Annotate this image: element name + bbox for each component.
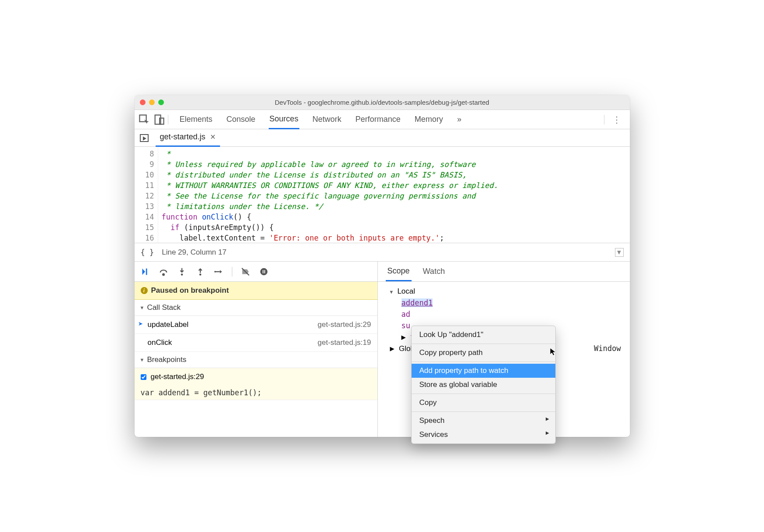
disclosure-triangle-icon: ▼ bbox=[140, 305, 145, 310]
pretty-print-icon[interactable]: { } bbox=[141, 248, 154, 257]
svg-point-9 bbox=[260, 268, 267, 275]
maximize-window-icon[interactable] bbox=[158, 99, 164, 105]
tab-elements[interactable]: Elements bbox=[179, 110, 213, 128]
tab-performance[interactable]: Performance bbox=[355, 110, 402, 128]
svg-point-7 bbox=[199, 273, 201, 276]
window-title: DevTools - googlechrome.github.io/devtoo… bbox=[135, 99, 630, 106]
context-menu-item[interactable]: Store as global variable bbox=[412, 378, 555, 392]
navigator-toggle-icon[interactable] bbox=[139, 133, 149, 143]
context-menu-item[interactable]: Look Up "addend1" bbox=[412, 328, 555, 342]
close-window-icon[interactable] bbox=[140, 99, 146, 105]
pause-on-exceptions-icon[interactable] bbox=[259, 266, 269, 277]
debugger-split: i Paused on breakpoint ▼ Call Stack upda… bbox=[135, 262, 630, 437]
tab-scope[interactable]: Scope bbox=[386, 262, 412, 281]
right-tabs: Scope Watch bbox=[378, 262, 630, 282]
scope-variable[interactable]: addend1 bbox=[380, 297, 627, 309]
context-menu-item[interactable]: Copy bbox=[412, 396, 555, 410]
scope-local-header[interactable]: ▼ Local bbox=[380, 285, 627, 297]
context-menu-item[interactable]: Speech bbox=[412, 414, 555, 428]
paused-text: Paused on breakpoint bbox=[151, 286, 229, 295]
context-menu-item[interactable]: Services bbox=[412, 428, 555, 442]
context-menu-separator bbox=[412, 344, 555, 344]
paused-banner: i Paused on breakpoint bbox=[135, 282, 377, 300]
context-menu: Look Up "addend1"Copy property pathAdd p… bbox=[411, 326, 556, 444]
editor-status-bar: { } Line 29, Column 17 ▾ bbox=[135, 243, 630, 262]
divider bbox=[168, 115, 168, 124]
scope-panel: ▼ Local addend1 ad su ▶ th ▶ Glob Window bbox=[378, 282, 630, 358]
file-tab[interactable]: get-started.js ✕ bbox=[156, 129, 220, 147]
breakpoint-code: var addend1 = getNumber1(); bbox=[135, 386, 377, 400]
tab-memory[interactable]: Memory bbox=[414, 110, 444, 128]
settings-menu-icon[interactable]: ⋮ bbox=[607, 114, 626, 125]
callstack-frame[interactable]: onClick get-started.js:19 bbox=[135, 334, 377, 352]
divider bbox=[604, 115, 604, 124]
close-tab-icon[interactable]: ✕ bbox=[210, 133, 216, 141]
svg-point-5 bbox=[163, 273, 164, 275]
main-tabs: Elements Console Sources Network Perform… bbox=[179, 110, 601, 129]
devtools-window: DevTools - googlechrome.github.io/devtoo… bbox=[135, 95, 630, 437]
resume-icon[interactable] bbox=[140, 266, 150, 277]
step-over-icon[interactable] bbox=[158, 266, 169, 277]
step-out-icon[interactable] bbox=[195, 266, 206, 277]
debugger-right-pane: Scope Watch ▼ Local addend1 ad su ▶ bbox=[378, 262, 630, 437]
debugger-left-pane: i Paused on breakpoint ▼ Call Stack upda… bbox=[135, 262, 378, 437]
divider bbox=[232, 267, 232, 277]
breakpoint-checkbox[interactable] bbox=[141, 374, 146, 380]
minimize-window-icon[interactable] bbox=[149, 99, 155, 105]
step-icon[interactable] bbox=[213, 266, 224, 277]
tab-console[interactable]: Console bbox=[226, 110, 256, 128]
cursor-icon bbox=[550, 348, 557, 358]
tab-watch[interactable]: Watch bbox=[421, 262, 447, 280]
svg-point-6 bbox=[181, 273, 183, 276]
main-toolbar: Elements Console Sources Network Perform… bbox=[135, 110, 630, 129]
context-menu-separator bbox=[412, 362, 555, 362]
svg-rect-11 bbox=[264, 270, 265, 273]
step-into-icon[interactable] bbox=[177, 266, 187, 277]
tab-network[interactable]: Network bbox=[312, 110, 342, 128]
traffic-lights bbox=[140, 99, 164, 105]
debugger-toolbar bbox=[135, 262, 377, 282]
deactivate-breakpoints-icon[interactable] bbox=[240, 266, 251, 277]
disclosure-triangle-icon: ▼ bbox=[140, 357, 145, 362]
tabs-overflow[interactable]: » bbox=[456, 110, 462, 128]
inspect-element-icon[interactable] bbox=[138, 113, 150, 126]
dropdown-icon[interactable]: ▾ bbox=[615, 248, 624, 257]
titlebar: DevTools - googlechrome.github.io/devtoo… bbox=[135, 95, 630, 110]
breakpoints-header[interactable]: ▼ Breakpoints bbox=[135, 352, 377, 368]
context-menu-item[interactable]: Copy property path bbox=[412, 346, 555, 360]
context-menu-separator bbox=[412, 411, 555, 412]
device-toolbar-icon[interactable] bbox=[153, 113, 165, 126]
code-lines: * * Unless required by applicable law or… bbox=[158, 147, 498, 243]
context-menu-item[interactable]: Add property path to watch bbox=[412, 364, 555, 378]
line-gutter: 8910111213141516 bbox=[135, 147, 158, 243]
disclosure-triangle-icon: ▼ bbox=[390, 289, 393, 295]
tab-sources[interactable]: Sources bbox=[269, 110, 299, 129]
context-menu-separator bbox=[412, 394, 555, 394]
file-tab-label: get-started.js bbox=[160, 132, 206, 142]
svg-rect-4 bbox=[146, 268, 147, 275]
callstack-header[interactable]: ▼ Call Stack bbox=[135, 300, 377, 316]
svg-rect-10 bbox=[263, 270, 263, 273]
info-icon: i bbox=[141, 287, 148, 294]
code-editor[interactable]: 8910111213141516 * * Unless required by … bbox=[135, 147, 630, 243]
scope-variable[interactable]: ad bbox=[380, 309, 627, 320]
file-tab-row: get-started.js ✕ bbox=[135, 129, 630, 147]
callstack-frame[interactable]: updateLabel get-started.js:29 bbox=[135, 316, 377, 334]
svg-point-8 bbox=[214, 271, 216, 273]
cursor-position: Line 29, Column 17 bbox=[162, 248, 226, 257]
breakpoint-item[interactable]: get-started.js:29 bbox=[135, 368, 377, 386]
